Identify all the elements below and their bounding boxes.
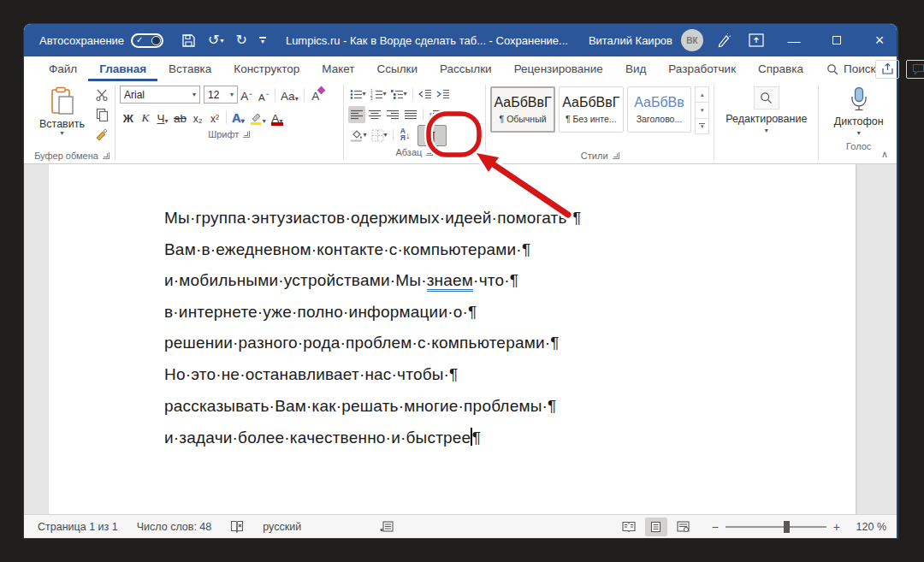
style-heading[interactable]: АаБбВв Заголово... <box>627 86 692 133</box>
maximize-button[interactable] <box>820 24 854 56</box>
document-line[interactable]: Мы·группа·энтузиастов·одержимых·идеей·по… <box>164 209 856 240</box>
strikethrough-button[interactable]: ab <box>171 108 189 127</box>
tab-references[interactable]: Ссылки <box>366 56 429 81</box>
page-count[interactable]: Страница 1 из 1 <box>38 521 118 533</box>
subscript-button[interactable]: x₂ <box>189 108 206 127</box>
show-formatting-marks-button[interactable]: ¶ <box>418 125 447 146</box>
font-name-combobox[interactable]: Arial ▾ <box>120 86 200 104</box>
paste-button[interactable]: Вставить ▾ <box>33 85 91 148</box>
align-center-button[interactable] <box>366 106 383 123</box>
autosave-toggle[interactable]: ✓ <box>131 33 163 48</box>
multilevel-list-button[interactable]: ▾ <box>389 86 409 103</box>
share-button[interactable] <box>875 60 899 79</box>
undo-button[interactable]: ↺ ▾ <box>204 32 228 49</box>
format-painter-button[interactable] <box>92 127 111 142</box>
language-indicator[interactable]: русский <box>263 521 301 533</box>
shrink-font-button[interactable]: Аˇ <box>255 86 272 104</box>
decrease-indent-button[interactable] <box>417 86 434 103</box>
comments-button[interactable] <box>906 60 924 79</box>
document-line[interactable]: Вам·в·ежедневном·контакте·с·компьютерами… <box>164 240 856 272</box>
avatar[interactable]: ВК <box>681 29 703 51</box>
ribbon-tabs: Файл Главная Вставка Конструктор Макет С… <box>24 56 897 81</box>
style-no-spacing[interactable]: АаБбВвГ ¶ Без инте... <box>559 86 624 133</box>
document-line[interactable]: и·задачи·более·качественно·и·быстрее¶ <box>164 428 856 459</box>
dialog-launcher-icon[interactable] <box>613 152 619 159</box>
document-page[interactable]: Мы·группа·энтузиастов·одержимых·идеей·по… <box>49 164 856 514</box>
dictate-button[interactable]: Диктофон ▾ <box>823 85 894 139</box>
underline-button[interactable]: Ч ▾ <box>154 108 171 127</box>
editing-menu-button[interactable]: Редактирование ▾ <box>719 85 814 136</box>
document-line[interactable]: рассказывать·Вам·как·решать·многие·пробл… <box>164 397 856 429</box>
word-count[interactable]: Число слов: 48 <box>137 521 212 533</box>
tab-view[interactable]: Вид <box>614 56 657 81</box>
style-normal[interactable]: АаБбВвГ ¶ Обычный <box>490 86 555 133</box>
sort-button[interactable]: А Я ↓ <box>397 127 414 144</box>
zoom-slider[interactable] <box>726 526 826 528</box>
align-right-button[interactable] <box>384 106 401 123</box>
borders-button[interactable]: ▾ <box>370 127 389 144</box>
line-spacing-button[interactable]: ↕ ▾ <box>427 106 448 123</box>
collapse-ribbon-button[interactable]: ∧ <box>881 149 888 160</box>
shading-button[interactable]: ▾ <box>348 127 369 144</box>
superscript-button[interactable]: x² <box>206 108 223 127</box>
dialog-launcher-icon[interactable] <box>243 131 250 138</box>
document-line[interactable]: и·мобильными·устройствами·Мы·знаем·что·¶ <box>164 271 856 303</box>
clear-formatting-button[interactable]: А <box>307 86 324 104</box>
close-button[interactable]: × <box>862 24 897 56</box>
tab-developer[interactable]: Разработчик <box>657 56 747 81</box>
tab-home[interactable]: Главная <box>88 56 157 81</box>
styles-scroll-up-button[interactable]: ▴ <box>696 87 708 103</box>
document-title[interactable]: Lumpics.ru - Как в Ворде сделать таб... … <box>270 34 583 47</box>
proofing-status-button[interactable] <box>230 520 244 533</box>
change-case-button[interactable]: Аа ▾ <box>278 86 301 104</box>
justify-button[interactable] <box>402 106 419 123</box>
read-mode-button[interactable] <box>618 518 640 536</box>
increase-indent-button[interactable] <box>435 86 452 103</box>
copy-button[interactable] <box>92 107 111 122</box>
tab-help[interactable]: Справка <box>747 56 814 81</box>
bold-button[interactable]: Ж <box>120 108 137 127</box>
tab-review[interactable]: Рецензирование <box>503 56 614 81</box>
tab-insert[interactable]: Вставка <box>157 56 222 81</box>
autosave-control[interactable]: Автосохранение ✓ <box>39 33 163 48</box>
macro-recording-button[interactable] <box>380 521 394 532</box>
redo-button[interactable]: ↻ <box>232 32 252 49</box>
customize-qat-button[interactable]: ▾ <box>255 35 270 45</box>
zoom-in-button[interactable]: + <box>833 520 840 534</box>
document-line[interactable]: в·интернете·уже·полно·информации·о·¶ <box>164 303 856 334</box>
cut-button[interactable] <box>92 87 111 103</box>
italic-button[interactable]: К <box>137 108 154 127</box>
search-box[interactable]: Поиск <box>826 62 875 75</box>
bullets-button[interactable]: ▾ <box>348 86 368 103</box>
text-effects-button[interactable]: А ▾ <box>229 108 247 127</box>
font-color-button[interactable]: А ▾ <box>269 108 286 127</box>
font-size-combobox[interactable]: 12 ▾ <box>204 86 238 104</box>
dialog-launcher-icon[interactable] <box>426 149 433 156</box>
ribbon-display-options-button[interactable] <box>744 32 768 49</box>
document-line[interactable]: Но·это·не·останавливает·нас·чтобы·¶ <box>164 365 856 397</box>
user-name[interactable]: Виталий Каиров <box>589 34 672 47</box>
tab-design[interactable]: Конструктор <box>222 56 311 81</box>
document-line[interactable]: решении·разного·рода·проблем·с·компьютер… <box>164 334 856 365</box>
print-layout-button[interactable] <box>645 518 667 536</box>
web-layout-button[interactable] <box>672 518 695 536</box>
chevron-down-icon: ▾ <box>404 91 407 98</box>
styles-gallery-more-button[interactable]: ▾ <box>696 119 708 133</box>
zoom-slider-thumb[interactable] <box>784 521 790 533</box>
tab-layout[interactable]: Макет <box>311 56 365 81</box>
zoom-level[interactable]: 120 % <box>847 521 886 533</box>
minimize-button[interactable]: — <box>777 24 811 56</box>
numbering-button[interactable]: 1 2 3 ▾ <box>369 86 388 103</box>
grow-font-button[interactable]: Аˆ <box>238 86 255 104</box>
ink-button[interactable] <box>712 31 736 50</box>
tab-file[interactable]: Файл <box>38 56 88 81</box>
tab-mailings[interactable]: Рассылки <box>429 56 503 81</box>
align-left-button[interactable] <box>348 106 365 123</box>
zoom-out-button[interactable]: − <box>712 520 719 534</box>
save-button[interactable] <box>177 32 200 50</box>
text-highlight-button[interactable]: ▾ <box>247 108 269 127</box>
macro-icon <box>380 521 394 532</box>
multilevel-list-icon <box>391 89 404 100</box>
dialog-launcher-icon[interactable] <box>103 152 110 159</box>
styles-scroll-down-button[interactable]: ▾ <box>696 103 708 118</box>
